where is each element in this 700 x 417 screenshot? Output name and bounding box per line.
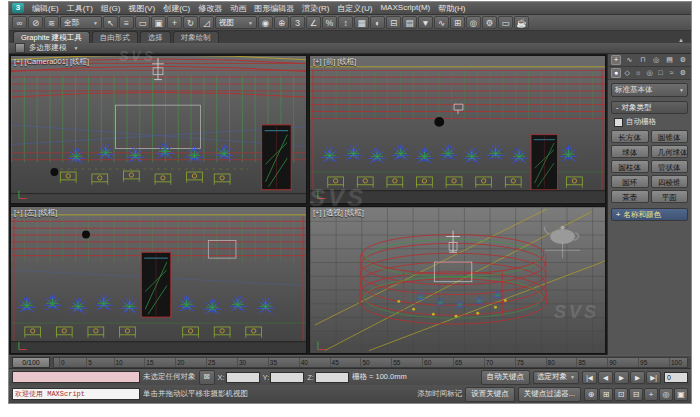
- timeline-tick[interactable]: 20: [175, 358, 184, 367]
- ribbon-tab[interactable]: 对象绘制: [173, 31, 219, 43]
- timeline-tick[interactable]: 55: [391, 358, 400, 367]
- cameras-category-icon[interactable]: ◎: [644, 68, 654, 78]
- angle-snap-icon[interactable]: ∠: [306, 16, 321, 29]
- viewport-left[interactable]: [+] [左] [线框]: [10, 206, 307, 355]
- viewport-shading-button[interactable]: [线框]: [337, 57, 356, 67]
- ribbon-tab[interactable]: 自由形式: [92, 31, 138, 43]
- render-setup-icon[interactable]: ⚙: [482, 16, 497, 29]
- viewport-front-canvas[interactable]: [310, 56, 605, 203]
- menu-item[interactable]: 帮助(H): [434, 3, 469, 14]
- use-pivot-point-icon[interactable]: ◉: [258, 16, 273, 29]
- timeline-tick[interactable]: 25: [206, 358, 215, 367]
- selection-region-icon[interactable]: ▭: [135, 16, 150, 29]
- menu-item[interactable]: 动画: [226, 3, 250, 14]
- viewport-shading-button[interactable]: [线框]: [345, 208, 364, 218]
- lights-category-icon[interactable]: ☼: [633, 68, 643, 78]
- object-type-button[interactable]: 茶壶: [611, 190, 649, 203]
- menu-item[interactable]: 创建(C): [159, 3, 194, 14]
- geometry-category-icon[interactable]: ●: [611, 68, 621, 78]
- timeline-tick[interactable]: 75: [515, 358, 524, 367]
- auto-key-button[interactable]: 自动关键点: [481, 370, 531, 385]
- viewport-menu-button[interactable]: [+]: [313, 208, 322, 218]
- y-field[interactable]: [270, 372, 304, 383]
- selected-object-dropdown[interactable]: 选定对象 ▼: [533, 371, 579, 384]
- timeline-tick[interactable]: 80: [546, 358, 555, 367]
- time-slider-handle[interactable]: 0/100: [12, 357, 50, 368]
- ribbon-tab[interactable]: Graphite 建模工具: [13, 31, 90, 43]
- object-type-button[interactable]: 圆柱体: [611, 160, 649, 173]
- object-type-button[interactable]: 圆环: [611, 175, 649, 188]
- zoom-all-button[interactable]: ⊞: [599, 388, 613, 401]
- menu-item[interactable]: MAXScript(M): [376, 3, 434, 14]
- motion-tab-icon[interactable]: ◎: [651, 55, 661, 65]
- timeline-tick[interactable]: 0: [59, 358, 65, 367]
- viewport-name-button[interactable]: [Camera001]: [25, 57, 68, 67]
- unlink-selection-icon[interactable]: ⊘: [28, 16, 43, 29]
- timeline-tick[interactable]: 90: [607, 358, 616, 367]
- mirror-icon[interactable]: ◐: [370, 16, 385, 29]
- object-type-button[interactable]: 平面: [651, 190, 689, 203]
- reference-coordinate-dropdown[interactable]: 视图▼: [215, 16, 257, 29]
- zoom-button[interactable]: ⊕: [584, 388, 598, 401]
- add-time-tag[interactable]: 添加时间标记: [417, 389, 462, 399]
- object-type-button[interactable]: 管状体: [651, 160, 689, 173]
- percent-snap-icon[interactable]: %: [322, 16, 337, 29]
- viewport-camera[interactable]: [+] [Camera001] [线框]: [10, 55, 307, 204]
- object-type-button[interactable]: 长方体: [611, 130, 649, 143]
- rollout-object-type[interactable]: - 对象类型: [611, 101, 688, 114]
- timeline-ruler[interactable]: 0510152025303540455055606570758085909510…: [53, 357, 688, 368]
- hierarchy-tab-icon[interactable]: ⊓: [638, 55, 648, 65]
- z-field[interactable]: [315, 372, 349, 383]
- object-type-button[interactable]: 几何球体: [651, 145, 689, 158]
- x-field[interactable]: [226, 372, 260, 383]
- menu-item[interactable]: 视图(V): [124, 3, 159, 14]
- viewport-shading-button[interactable]: [线框]: [70, 57, 89, 67]
- layer-manager-icon[interactable]: ▤: [402, 16, 417, 29]
- object-class-dropdown[interactable]: 标准基本体 ▼: [611, 83, 688, 97]
- viewport-name-button[interactable]: [左]: [25, 208, 37, 218]
- timeline-tick[interactable]: 65: [453, 358, 462, 367]
- timeline-tick[interactable]: 95: [638, 358, 647, 367]
- spinner-snap-icon[interactable]: ↕: [338, 16, 353, 29]
- select-and-link-icon[interactable]: ∞: [12, 16, 27, 29]
- ribbon-tab[interactable]: 选择: [140, 31, 171, 43]
- object-type-button[interactable]: 四棱锥: [651, 175, 689, 188]
- select-and-manipulate-icon[interactable]: ⊕: [274, 16, 289, 29]
- timeline-tick[interactable]: 15: [144, 358, 153, 367]
- schematic-view-icon[interactable]: ⊞: [450, 16, 465, 29]
- render-production-icon[interactable]: ☕: [514, 16, 529, 29]
- viewport-perspective[interactable]: [+] [透视] [线框]: [309, 206, 606, 355]
- zoom-region-button[interactable]: ⊟: [629, 388, 643, 401]
- viewport-shading-button[interactable]: [线框]: [38, 208, 57, 218]
- timeline-tick[interactable]: 5: [86, 358, 92, 367]
- maximize-viewport-toggle-button[interactable]: ▣: [674, 388, 688, 401]
- select-by-name-icon[interactable]: ≡: [119, 16, 134, 29]
- space-warps-category-icon[interactable]: ≈: [667, 68, 677, 78]
- shapes-category-icon[interactable]: ◇: [622, 68, 632, 78]
- orbit-button[interactable]: ◎: [659, 388, 673, 401]
- play-animation-button[interactable]: ▶: [614, 371, 629, 384]
- viewport-name-button[interactable]: [透视]: [324, 208, 343, 218]
- object-type-button[interactable]: 球体: [611, 145, 649, 158]
- object-type-button[interactable]: 圆锥体: [651, 130, 689, 143]
- previous-frame-button[interactable]: ◀: [598, 371, 613, 384]
- window-crossing-icon[interactable]: ▣: [151, 16, 166, 29]
- timeline-tick[interactable]: 100: [669, 358, 682, 367]
- timeline-tick[interactable]: 70: [484, 358, 493, 367]
- bind-to-space-warp-icon[interactable]: ≋: [44, 16, 59, 29]
- next-frame-button[interactable]: ▶: [630, 371, 645, 384]
- viewport-camera-canvas[interactable]: [11, 56, 306, 203]
- maxscript-listener[interactable]: 欢迎使用 MAXScript: [12, 388, 140, 400]
- pan-view-button[interactable]: +: [644, 388, 658, 401]
- viewport-left-canvas[interactable]: [11, 207, 306, 354]
- maxscript-macro-recorder[interactable]: [12, 371, 140, 383]
- helpers-category-icon[interactable]: □: [656, 68, 666, 78]
- set-key-button[interactable]: 设置关键点: [465, 387, 515, 402]
- zoom-extents-button[interactable]: ⊡: [614, 388, 628, 401]
- viewport-menu-button[interactable]: [+]: [14, 208, 23, 218]
- app-logo-icon[interactable]: 3: [12, 3, 24, 13]
- viewport-front[interactable]: [+] [前] [线框]: [309, 55, 606, 204]
- key-filters-button[interactable]: 关键点过滤器...: [518, 387, 581, 402]
- rollout-name-and-color[interactable]: + 名称和颜色: [611, 208, 688, 221]
- timeline-tick[interactable]: 85: [576, 358, 585, 367]
